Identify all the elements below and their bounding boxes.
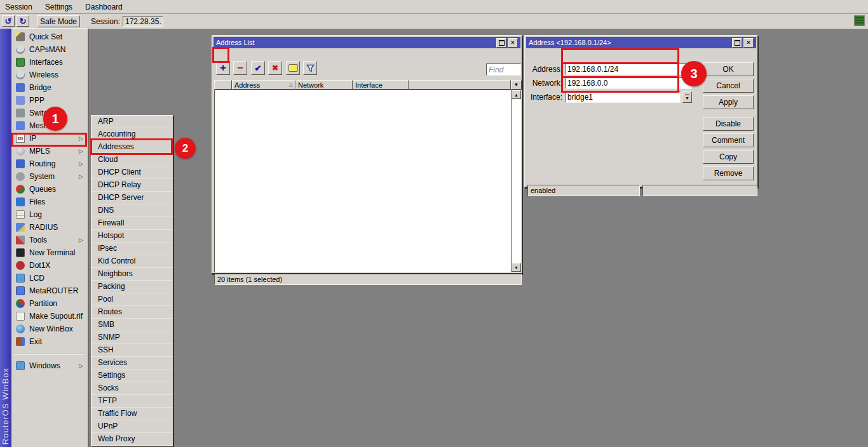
sidebar-item-log[interactable]: Log xyxy=(11,208,86,221)
header-select-column[interactable] xyxy=(214,80,232,90)
maximize-button[interactable] xyxy=(496,38,506,48)
sidebar-item-files[interactable]: Files xyxy=(11,196,86,208)
redo-button[interactable]: ↻ xyxy=(17,15,29,27)
header-network[interactable]: Network xyxy=(295,80,353,90)
address-list-titlebar[interactable]: Address List × xyxy=(214,37,520,48)
comment-note-icon xyxy=(288,64,298,72)
ip-menu-item-kid-control[interactable]: Kid Control xyxy=(92,255,173,268)
app-toolbar: ↺ ↻ Safe Mode Session: xyxy=(0,14,868,29)
column-options-button[interactable]: ▼ xyxy=(511,80,522,90)
remove-button[interactable]: Remove xyxy=(703,166,754,180)
ip-menu-item-services[interactable]: Services xyxy=(92,357,173,370)
comment-button[interactable] xyxy=(286,61,300,75)
ip-menu-item-dhcp-client[interactable]: DHCP Client xyxy=(92,166,173,179)
comment-button[interactable]: Comment xyxy=(703,133,754,147)
sidebar-item-capsman[interactable]: CAPsMAN xyxy=(11,43,86,56)
ip-menu-item-arp[interactable]: ARP xyxy=(92,116,173,128)
ip-menu-item-pool[interactable]: Pool xyxy=(92,293,173,306)
vertical-scrollbar[interactable]: ▲ ▼ xyxy=(511,90,522,272)
ip-menu-item-upnp[interactable]: UPnP xyxy=(92,420,173,433)
apply-button[interactable]: Apply xyxy=(703,95,754,109)
ip-menu-item-accounting[interactable]: Accounting xyxy=(92,128,173,141)
ip-menu-item-hotspot[interactable]: Hotspot xyxy=(92,230,173,243)
ip-menu-item-tftp[interactable]: TFTP xyxy=(92,395,173,408)
session-address-input[interactable] xyxy=(123,16,163,27)
address-field[interactable] xyxy=(565,63,692,75)
close-button[interactable]: × xyxy=(508,38,518,48)
sidebar-item-radius[interactable]: RADIUS xyxy=(11,221,86,234)
sidebar-item-bridge[interactable]: Bridge xyxy=(11,81,86,94)
ip-menu-item-web-proxy[interactable]: Web Proxy xyxy=(92,433,173,446)
ip-menu-item-snmp[interactable]: SNMP xyxy=(92,331,173,344)
sidebar-item-new-winbox[interactable]: New WinBox xyxy=(11,323,86,335)
sidebar-item-mesh[interactable]: Mesh xyxy=(11,119,86,132)
ip-menu-item-neighbors[interactable]: Neighbors xyxy=(92,268,173,281)
address-dialog-titlebar[interactable]: Address <192.168.0.1/24> × xyxy=(526,37,756,48)
plus-icon: + xyxy=(220,62,226,74)
disable-button[interactable]: ✖ xyxy=(268,61,282,75)
menu-dashboard[interactable]: Dashboard xyxy=(80,1,130,13)
ip-menu-item-settings[interactable]: Settings xyxy=(92,370,173,382)
ip-menu-item-ssh[interactable]: SSH xyxy=(92,344,173,357)
ip-menu-item-dns[interactable]: DNS xyxy=(92,204,173,217)
sidebar-item-interfaces[interactable]: Interfaces xyxy=(11,56,86,69)
network-field[interactable] xyxy=(565,77,692,89)
sidebar-item-ip[interactable]: 255IP▷ xyxy=(11,132,86,145)
interface-field[interactable] xyxy=(565,91,681,103)
sidebar-item-new-terminal[interactable]: New Terminal xyxy=(11,246,86,259)
menu-settings[interactable]: Settings xyxy=(40,1,80,13)
interface-dropdown-button[interactable]: ▼ xyxy=(682,91,692,103)
ip-menu-item-smb[interactable]: SMB xyxy=(92,319,173,331)
address-list-table[interactable] xyxy=(214,90,511,272)
sidebar-item-make-supout-rif[interactable]: Make Supout.rif xyxy=(11,310,86,323)
sidebar-item-wireless[interactable]: Wireless xyxy=(11,69,86,81)
safe-mode-button[interactable]: Safe Mode xyxy=(37,15,80,27)
menu-session[interactable]: Session xyxy=(0,1,40,13)
lcd-icon xyxy=(16,274,25,283)
copy-button[interactable]: Copy xyxy=(703,150,754,164)
sidebar-item-switch[interactable]: Switch xyxy=(11,107,86,119)
ip-menu-item-ipsec[interactable]: IPsec xyxy=(92,243,173,255)
sidebar-item-lcd[interactable]: LCD xyxy=(11,272,86,284)
sidebar-item-ppp[interactable]: PPP xyxy=(11,94,86,107)
enable-button[interactable]: ✔ xyxy=(251,61,265,75)
header-address[interactable]: Address △ xyxy=(232,80,295,90)
ip-menu-item-firewall[interactable]: Firewall xyxy=(92,217,173,230)
ip-menu-item-socks[interactable]: Socks xyxy=(92,382,173,395)
ip-menu-item-routes[interactable]: Routes xyxy=(92,306,173,319)
sidebar-item-system[interactable]: System▷ xyxy=(11,170,86,183)
close-button[interactable]: × xyxy=(743,38,754,48)
cancel-button[interactable]: Cancel xyxy=(703,79,754,93)
sidebar-item-label: Make Supout.rif xyxy=(29,312,83,321)
ip-menu-item-dhcp-relay[interactable]: DHCP Relay xyxy=(92,179,173,192)
ip-menu-item-packing[interactable]: Packing xyxy=(92,281,173,293)
sidebar-item-tools[interactable]: Tools▷ xyxy=(11,234,86,246)
sidebar-item-partition[interactable]: Partition xyxy=(11,297,86,310)
undo-button[interactable]: ↺ xyxy=(2,15,15,27)
scroll-up-button[interactable]: ▲ xyxy=(512,90,521,99)
ip-menu-item-cloud[interactable]: Cloud xyxy=(92,154,173,166)
ok-button[interactable]: OK xyxy=(703,62,754,76)
ip-menu-item-dhcp-server[interactable]: DHCP Server xyxy=(92,192,173,204)
sidebar-item-dot1x[interactable]: Dot1X xyxy=(11,259,86,272)
header-interface[interactable]: Interface xyxy=(353,80,409,90)
sidebar-item-queues[interactable]: Queues xyxy=(11,183,86,196)
winbox-app: Session Settings Dashboard ↺ ↻ Safe Mode… xyxy=(0,0,868,447)
sidebar-item-routing[interactable]: Routing▷ xyxy=(11,157,86,170)
ip-menu-item-addresses[interactable]: Addresses xyxy=(92,141,173,154)
sidebar-item-exit[interactable]: Exit xyxy=(11,335,86,348)
filter-button[interactable] xyxy=(303,61,317,75)
sidebar-item-mpls[interactable]: MPLS▷ xyxy=(11,145,86,157)
add-address-button[interactable]: + xyxy=(216,61,230,75)
remove-address-button[interactable]: − xyxy=(233,61,247,75)
scroll-down-button[interactable]: ▼ xyxy=(512,263,521,272)
routing-icon xyxy=(16,159,25,168)
disable-button[interactable]: Disable xyxy=(703,117,754,131)
find-input[interactable] xyxy=(486,63,521,76)
sidebar-item-quick-set[interactable]: Quick Set xyxy=(11,30,86,43)
sidebar-item-metarouter[interactable]: MetaROUTER xyxy=(11,284,86,297)
maximize-button[interactable] xyxy=(732,38,742,48)
address-list-title: Address List xyxy=(216,39,255,46)
sidebar-item-windows[interactable]: Windows▷ xyxy=(11,359,86,372)
ip-menu-item-traffic-flow[interactable]: Traffic Flow xyxy=(92,408,173,420)
